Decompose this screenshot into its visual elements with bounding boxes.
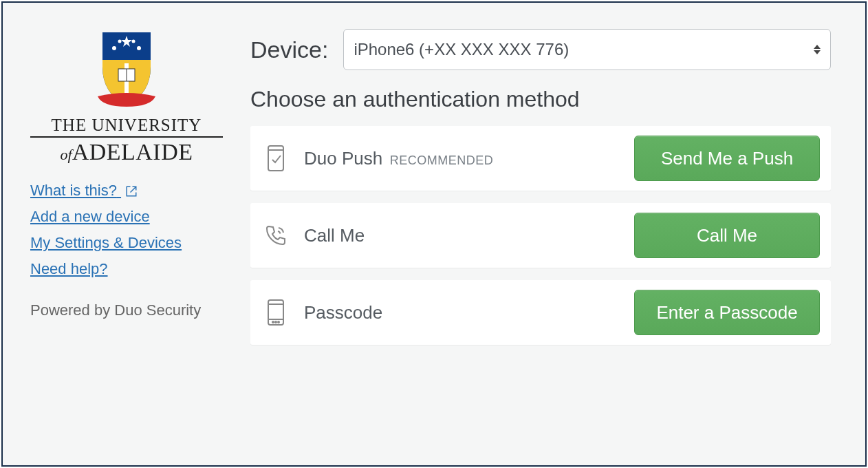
method-passcode-title: Passcode — [304, 302, 382, 323]
svg-marker-8 — [814, 50, 821, 54]
method-passcode: Passcode Enter a Passcode — [250, 280, 831, 345]
svg-point-15 — [275, 321, 276, 323]
phone-call-icon — [264, 224, 287, 247]
phone-passcode-icon — [264, 299, 287, 326]
method-left: Call Me — [264, 224, 365, 247]
select-chevron-icon — [814, 45, 821, 54]
call-me-button-label: Call Me — [697, 225, 757, 246]
university-crest-icon — [92, 29, 161, 111]
my-settings-link[interactable]: My Settings & Devices — [30, 230, 182, 256]
method-push-recommended: RECOMMENDED — [390, 153, 494, 167]
svg-point-4 — [132, 40, 135, 43]
method-call-title: Call Me — [304, 225, 365, 246]
device-select[interactable]: iPhone6 (+XX XXX XXX 776) — [343, 29, 831, 70]
sidebar-links: What is this? Add a new device My Settin… — [30, 178, 223, 282]
sidebar: THE UNIVERSITY ofADELAIDE What is this? … — [3, 3, 237, 465]
org-name-main: ADELAIDE — [72, 139, 193, 164]
external-link-icon — [125, 185, 138, 198]
call-me-button[interactable]: Call Me — [634, 213, 820, 258]
method-duo-push: Duo Push RECOMMENDED Send Me a Push — [250, 126, 831, 191]
device-row: Device: iPhone6 (+XX XXX XXX 776) — [250, 29, 831, 70]
main-panel: Device: iPhone6 (+XX XXX XXX 776) Choose… — [237, 3, 865, 465]
method-left: Duo Push RECOMMENDED — [264, 145, 493, 172]
need-help-link[interactable]: Need help? — [30, 256, 108, 282]
svg-marker-7 — [814, 45, 821, 49]
add-device-link[interactable]: Add a new device — [30, 204, 150, 230]
method-push-title: Duo Push — [304, 148, 382, 169]
svg-point-2 — [137, 46, 141, 50]
svg-point-14 — [272, 321, 274, 323]
org-name-of: of — [61, 146, 72, 163]
org-name-line1: THE UNIVERSITY — [30, 116, 223, 135]
device-selected-value: iPhone6 (+XX XXX XXX 776) — [354, 40, 569, 59]
method-call-me: Call Me Call Me — [250, 203, 831, 268]
enter-passcode-button[interactable]: Enter a Passcode — [634, 290, 820, 335]
enter-passcode-button-label: Enter a Passcode — [656, 302, 797, 323]
method-left: Passcode — [264, 299, 382, 326]
device-label: Device: — [250, 36, 328, 63]
what-is-this-label: What is this? — [30, 182, 117, 199]
choose-method-heading: Choose an authentication method — [250, 87, 831, 112]
svg-point-16 — [278, 321, 279, 323]
svg-point-1 — [112, 46, 116, 50]
send-push-button[interactable]: Send Me a Push — [634, 136, 820, 181]
phone-push-icon — [264, 145, 287, 172]
send-push-button-label: Send Me a Push — [661, 148, 793, 169]
org-name-line2: ofADELAIDE — [30, 136, 223, 165]
what-is-this-link[interactable]: What is this? — [30, 178, 138, 204]
org-logo: THE UNIVERSITY ofADELAIDE — [30, 29, 223, 165]
powered-by: Powered by Duo Security — [30, 301, 223, 319]
duo-auth-frame: THE UNIVERSITY ofADELAIDE What is this? … — [1, 1, 867, 467]
svg-point-3 — [118, 40, 122, 43]
